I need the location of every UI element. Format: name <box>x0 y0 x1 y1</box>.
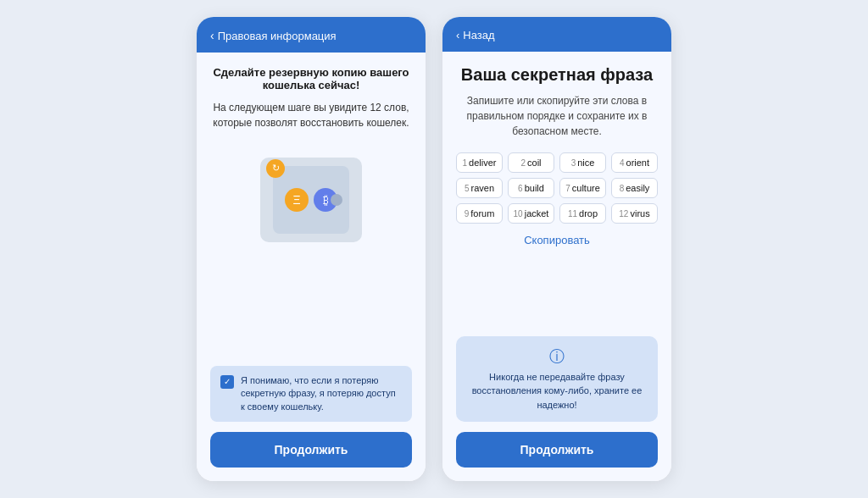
safe-door: ↻ Ξ ₿ <box>273 166 349 234</box>
chevron-left-icon: ‹ <box>456 29 459 42</box>
seed-word-11: 11drop <box>559 203 606 224</box>
seed-word-8: 8easily <box>611 178 658 198</box>
seed-num: 2 <box>520 158 526 168</box>
safe-handle <box>331 194 342 206</box>
seed-word-1: 1deliver <box>456 152 503 173</box>
seed-num: 9 <box>465 209 470 219</box>
left-warning-title: Сделайте резервную копию вашего кошелька… <box>210 66 412 91</box>
right-back-label: Назад <box>463 29 494 42</box>
seed-num: 10 <box>514 209 523 219</box>
seed-word-5: 5raven <box>456 178 503 198</box>
left-card-header: ‹ Правовая информация <box>197 17 426 53</box>
seed-word-grid: 1deliver2coil3nice4orient5raven6build7cu… <box>456 152 658 224</box>
seed-num: 11 <box>568 209 577 219</box>
warning-text: Никогда не передавайте фразу восстановле… <box>466 370 648 412</box>
seed-word-12: 12virus <box>611 203 658 224</box>
safe-coins: ↻ Ξ ₿ <box>285 188 337 212</box>
seed-num: 3 <box>571 158 576 168</box>
checkbox-row: ✓ Я понимаю, что если я потеряю секретну… <box>210 366 412 422</box>
left-back-button[interactable]: ‹ Правовая информация <box>210 29 337 42</box>
checkbox-input[interactable]: ✓ <box>220 375 234 389</box>
right-back-button[interactable]: ‹ Назад <box>456 29 495 42</box>
seed-num: 6 <box>518 184 523 193</box>
warning-icon: ⓘ <box>466 346 648 367</box>
right-card: ‹ Назад Ваша секретная фраза Запишите ил… <box>442 17 671 481</box>
copy-button[interactable]: Скопировать <box>456 234 658 246</box>
seed-word-10: 10jacket <box>508 203 554 224</box>
left-card: ‹ Правовая информация Сделайте резервную… <box>197 17 426 481</box>
refresh-icon: ↻ <box>266 159 285 178</box>
chevron-left-icon: ‹ <box>210 29 214 42</box>
coin-ethereum: ↻ Ξ <box>285 188 309 212</box>
right-card-header: ‹ Назад <box>442 17 671 52</box>
left-card-body: Сделайте резервную копию вашего кошелька… <box>197 53 426 481</box>
seed-word-2: 2coil <box>508 152 554 173</box>
seed-num: 5 <box>465 184 470 193</box>
safe-box: ↻ Ξ ₿ <box>260 158 362 242</box>
checkmark-icon: ✓ <box>224 377 231 386</box>
warning-box: ⓘ Никогда не передавайте фразу восстанов… <box>456 336 658 423</box>
seed-word-9: 9forum <box>456 203 503 224</box>
right-continue-button[interactable]: Продолжить <box>456 432 658 468</box>
page-subtitle: Запишите или скопируйте эти слова в прав… <box>456 93 658 139</box>
left-continue-button[interactable]: Продолжить <box>210 432 412 468</box>
checkbox-label: Я понимаю, что если я потеряю секретную … <box>241 374 402 413</box>
left-back-label: Правовая информация <box>218 30 337 42</box>
safe-illustration: ↻ Ξ ₿ <box>210 147 412 252</box>
seed-num: 8 <box>620 184 625 193</box>
seed-word-4: 4orient <box>611 152 658 173</box>
seed-word-7: 7culture <box>559 178 606 198</box>
page-wrapper: ‹ Правовая информация Сделайте резервную… <box>0 0 868 498</box>
seed-num: 12 <box>619 209 628 219</box>
seed-word-6: 6build <box>508 178 554 198</box>
seed-num: 7 <box>565 184 570 193</box>
left-warning-text: На следующем шаге вы увидите 12 слов, ко… <box>210 100 412 130</box>
page-title: Ваша секретная фраза <box>456 65 658 85</box>
right-card-body: Ваша секретная фраза Запишите или скопир… <box>442 52 671 481</box>
seed-num: 4 <box>620 158 625 168</box>
seed-num: 1 <box>463 158 468 168</box>
seed-word-3: 3nice <box>559 152 606 173</box>
